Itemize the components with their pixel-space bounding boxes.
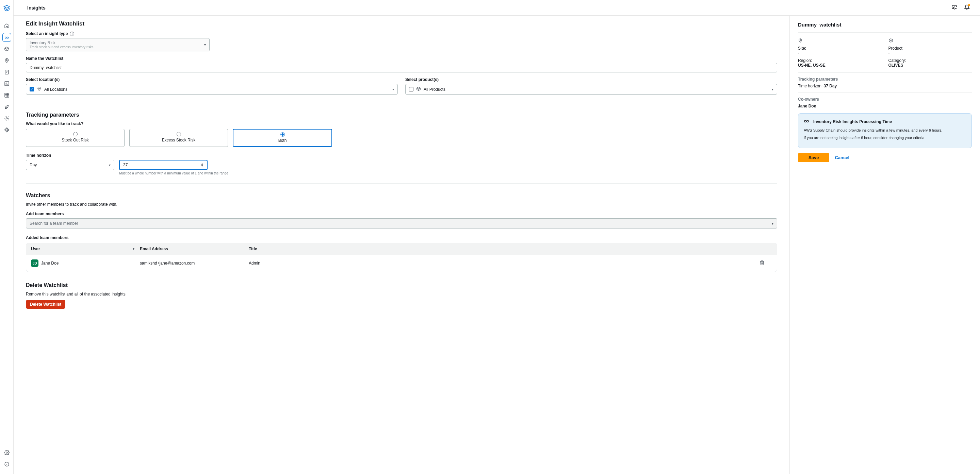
notifications-icon[interactable] (964, 5, 970, 11)
category-label: Category: (888, 58, 972, 63)
time-horizon-value: 37 (123, 163, 127, 167)
member-title: Admin (249, 261, 752, 266)
panel-time-horizon-label: Time horizon: (798, 84, 822, 89)
location-icon (798, 38, 882, 44)
trash-icon[interactable] (759, 262, 765, 266)
watchers-heading: Watchers (26, 192, 777, 198)
divider (26, 183, 777, 184)
delete-description: Remove this watchlist and all of the ass… (26, 292, 777, 296)
time-horizon-label: Time horizon (26, 153, 777, 158)
nav-home-icon[interactable] (2, 21, 11, 30)
col-header-user[interactable]: User▼ (31, 247, 140, 251)
chevron-down-icon: ▾ (204, 43, 206, 47)
region-value: US-NE, US-SE (798, 63, 882, 68)
delete-watchlist-button[interactable]: Delete Watchlist (26, 300, 65, 309)
panel-title: Dummy_watchlist (798, 22, 972, 33)
chevron-down-icon: ▾ (772, 87, 773, 91)
site-value: - (798, 51, 882, 55)
member-search-placeholder: Search for a team member (30, 221, 78, 226)
radio-label: Excess Stock Risk (162, 138, 196, 143)
nav-chart-icon[interactable] (2, 79, 11, 88)
panel-coowners-title: Co-owners (798, 97, 972, 101)
nav-leaf-icon[interactable] (2, 102, 11, 111)
radio-label: Both (278, 138, 287, 143)
radio-indicator (177, 132, 181, 136)
products-select[interactable]: All Products ▾ (405, 84, 777, 95)
avatar: JD (31, 260, 38, 267)
nav-info-icon[interactable] (2, 460, 11, 469)
product-icon (888, 38, 972, 44)
radio-both[interactable]: Both (233, 129, 332, 147)
nav-diamond-icon[interactable] (2, 125, 11, 134)
time-horizon-value-input[interactable]: 37 ▲▼ (119, 160, 208, 170)
radio-label: Stock Out Risk (62, 138, 89, 143)
radio-excess-stock[interactable]: Excess Stock Risk (129, 129, 228, 147)
nav-package-icon[interactable] (2, 44, 11, 53)
panel-tracking-title: Tracking parameters (798, 77, 972, 82)
category-value: OLIVES (888, 63, 972, 68)
watchlist-name-input[interactable] (30, 65, 773, 70)
svg-point-2 (6, 60, 7, 60)
svg-point-11 (804, 120, 806, 122)
select-insight-label: Select an insight type i (26, 31, 777, 36)
nav-document-icon[interactable] (2, 68, 11, 76)
svg-point-10 (800, 40, 801, 40)
chevron-down-icon: ▾ (392, 87, 394, 91)
member-search-select[interactable]: Search for a team member ▾ (26, 218, 777, 228)
nav-grid-icon[interactable] (2, 91, 11, 100)
header: Insights (14, 0, 980, 16)
main-content: Edit Insight Watchlist Select an insight… (14, 16, 789, 474)
info-icon[interactable]: i (70, 32, 74, 36)
time-horizon-unit: Day (30, 163, 37, 167)
summary-panel: Dummy_watchlist Site: - Region: US-NE, U… (789, 16, 980, 474)
col-header-email: Email Address (140, 247, 249, 251)
tracking-parameters-heading: Tracking parameters (26, 112, 777, 118)
time-horizon-hint: Must be a whole number with a minimum va… (119, 171, 777, 175)
nav-gear-icon[interactable] (2, 114, 11, 123)
insight-type-select[interactable]: Inventory Risk Track stock out and exces… (26, 38, 210, 51)
products-label: Select product(s) (405, 77, 777, 82)
package-icon (416, 86, 421, 92)
watchers-description: Invite other members to track and collab… (26, 202, 777, 207)
sort-down-icon: ▼ (132, 247, 140, 250)
insight-type-description: Track stock out and excess inventory ris… (30, 45, 93, 49)
radio-stock-out[interactable]: Stock Out Risk (26, 129, 124, 147)
svg-point-1 (7, 37, 8, 38)
cancel-button[interactable]: Cancel (835, 155, 850, 160)
page-title: Insights (27, 5, 46, 11)
svg-point-9 (39, 88, 40, 89)
nav-location-icon[interactable] (2, 56, 11, 65)
nav-insights-icon[interactable] (2, 33, 11, 42)
chevron-down-icon: ▾ (772, 222, 773, 225)
svg-rect-5 (5, 93, 9, 97)
left-nav (0, 0, 14, 474)
product-label: Product: (888, 46, 972, 51)
member-email: samikshd+jane@amazon.com (140, 261, 249, 266)
svg-point-0 (5, 37, 6, 38)
site-label: Site: (798, 46, 882, 51)
locations-checkbox[interactable]: ✓ (30, 87, 34, 92)
nav-settings-icon[interactable] (2, 448, 11, 457)
chevron-down-icon: ▾ (109, 163, 111, 167)
added-members-label: Added team members (26, 235, 777, 240)
svg-point-6 (6, 118, 8, 119)
locations-select[interactable]: ✓ All Locations ▾ (26, 84, 398, 95)
info-box: Inventory Risk Insights Processing Time … (798, 113, 972, 148)
radio-indicator (280, 132, 285, 137)
panel-time-horizon-value: 37 Day (824, 84, 837, 89)
save-button[interactable]: Save (798, 153, 829, 162)
watchlist-name-input-wrap (26, 63, 777, 73)
stepper-icon[interactable]: ▲▼ (201, 163, 204, 167)
time-horizon-unit-select[interactable]: Day ▾ (26, 160, 115, 170)
location-pin-icon (37, 86, 41, 92)
members-table: User▼ Email Address Title JD Jane Doe sa… (26, 243, 777, 272)
products-checkbox[interactable] (409, 87, 414, 92)
svg-point-7 (6, 452, 8, 453)
all-locations-text: All Locations (44, 87, 67, 92)
edit-watchlist-heading: Edit Insight Watchlist (26, 21, 777, 27)
insight-type-title: Inventory Risk (30, 40, 93, 45)
svg-point-12 (807, 120, 808, 122)
product-value: - (888, 51, 972, 55)
add-members-label: Add team members (26, 211, 777, 216)
feedback-icon[interactable] (951, 5, 957, 11)
